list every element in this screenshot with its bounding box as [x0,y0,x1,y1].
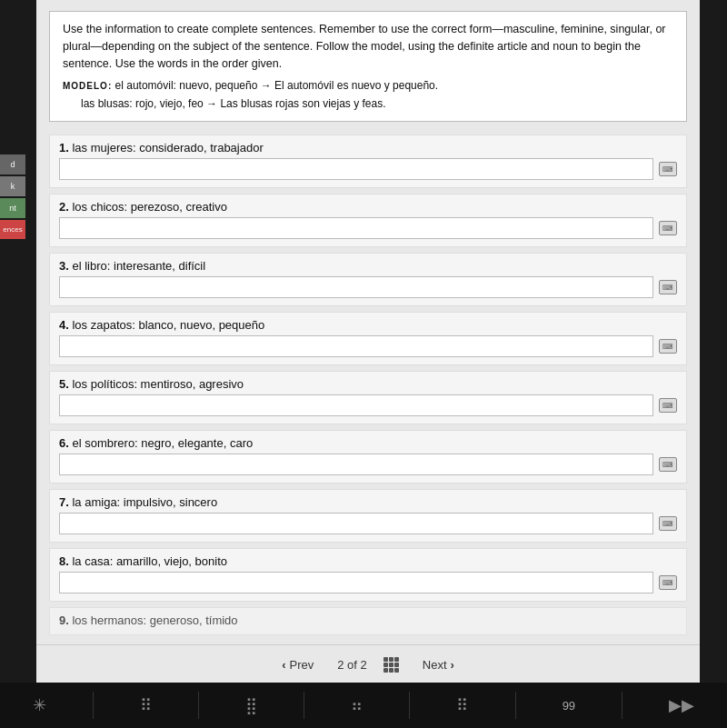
question-block-4: 4. los zapatos: blanco, nuevo, pequeño ⌨ [49,312,687,365]
taskbar-icon-skip[interactable]: ▶▶ [669,695,694,715]
input-row-3: ⌨ [59,276,677,298]
modelo-line1: el automóvil: nuevo, pequeño → El automó… [115,79,439,92]
keyboard-icon-6[interactable]: ⌨ [659,457,677,472]
page-total: 2 [361,658,367,672]
question-number-4: 4. [59,318,69,332]
question-label-1: 1. las mujeres: considerado, trabajador [59,141,677,155]
question-prompt-1: las mujeres: considerado, trabajador [72,141,263,155]
modelo-block: MODELO: el automóvil: nuevo, pequeño → E… [63,77,673,112]
answer-input-3[interactable] [59,276,653,298]
answer-input-1[interactable] [59,158,653,180]
answer-input-8[interactable] [59,572,653,593]
prev-chevron-icon: ‹ [282,658,285,672]
question-label-3: 3. el libro: interesante, difícil [59,259,677,273]
question-number-1: 1. [59,141,69,155]
answer-input-5[interactable] [59,394,653,416]
input-row-6: ⌨ [59,454,677,475]
page-of-text: of [347,658,360,672]
screen: d k nt ences Use the information to crea… [0,0,727,728]
prev-label: Prev [289,658,314,672]
taskbar-divider-6 [622,692,622,719]
question-number-6: 6. [59,436,69,450]
modelo-line2: las blusas: rojo, viejo, feo → Las blusa… [81,97,386,110]
keyboard-icon-8[interactable]: ⌨ [659,575,677,590]
sidebar-tab-nt[interactable]: nt [0,198,25,218]
keyboard-icon-2[interactable]: ⌨ [659,221,677,235]
keyboard-icon-7[interactable]: ⌨ [659,516,677,531]
question-label-8: 8. la casa: amarillo, viejo, bonito [59,554,677,568]
input-row-5: ⌨ [59,394,677,416]
question-prompt-7: la amiga: impulsivo, sincero [72,495,217,509]
keyboard-icon-1[interactable]: ⌨ [659,162,677,176]
sidebar-tab-ences[interactable]: ences [0,220,25,239]
input-row-8: ⌨ [59,572,677,593]
question-prompt-3: el libro: interesante, difícil [72,259,205,273]
question-number-7: 7. [59,495,69,509]
taskbar-divider-3 [304,692,304,719]
question-block-3: 3. el libro: interesante, difícil ⌨ [49,253,687,306]
taskbar-icon-menu[interactable]: ⠿ [456,695,468,715]
taskbar-icon-dots[interactable]: ⠶ [351,695,363,715]
taskbar-icon-notification[interactable]: 99 [563,699,575,713]
answer-input-6[interactable] [59,454,653,475]
question-number-5: 5. [59,377,69,391]
questions-area: 1. las mujeres: considerado, trabajador … [49,135,687,635]
answer-input-2[interactable] [59,217,653,239]
footer-nav: ‹ Prev 2 of 2 Next › [36,644,700,683]
keyboard-icon-3[interactable]: ⌨ [659,280,677,294]
grid-view-icon[interactable] [383,657,399,673]
taskbar-divider-4 [409,692,410,719]
modelo-line2-container: las blusas: rojo, viejo, feo → Las blusa… [81,95,673,112]
taskbar-icon-settings[interactable]: ✳ [33,695,46,715]
taskbar-divider-1 [93,692,94,719]
question-block-6: 6. el sombrero: negro, elegante, caro ⌨ [49,430,687,484]
question-prompt-2: los chicos: perezoso, creativo [72,200,227,214]
next-button[interactable]: Next › [415,654,462,675]
question-prompt-8: la casa: amarillo, viejo, bonito [72,554,227,568]
question-prompt-4: los zapatos: blanco, nuevo, pequeño [72,318,264,332]
next-label: Next [423,658,447,672]
keyboard-icon-5[interactable]: ⌨ [659,398,677,413]
sidebar-tab-k[interactable]: k [0,176,25,196]
keyboard-icon-4[interactable]: ⌨ [659,339,677,354]
taskbar: ✳ ⠿ ⣿ ⠶ ⠿ 99 ▶▶ [0,683,727,728]
input-row-4: ⌨ [59,335,677,357]
question-number-9: 9. [59,613,69,627]
taskbar-divider-5 [515,692,516,719]
question-block-7: 7. la amiga: impulsivo, sincero ⌨ [49,489,687,543]
instruction-text: Use the information to create complete s… [63,23,666,70]
question-block-2: 2. los chicos: perezoso, creativo ⌨ [49,194,687,247]
modelo-label: MODELO: [63,81,112,91]
instruction-box: Use the information to create complete s… [49,11,687,122]
question-label-2: 2. los chicos: perezoso, creativo [59,200,677,214]
question-label-7: 7. la amiga: impulsivo, sincero [59,495,677,509]
page-current: 2 [337,658,344,672]
page-info: 2 of 2 [337,658,367,672]
question-number-8: 8. [59,554,69,568]
answer-input-7[interactable] [59,513,653,534]
input-row-2: ⌨ [59,217,677,239]
question-label-6: 6. el sombrero: negro, elegante, caro [59,436,677,450]
question-number-2: 2. [59,200,69,214]
question-label-5: 5. los políticos: mentiroso, agresivo [59,377,677,391]
input-row-1: ⌨ [59,158,677,180]
question-prompt-5: los políticos: mentiroso, agresivo [72,377,244,391]
question-block-1: 1. las mujeres: considerado, trabajador … [49,135,687,188]
question-prompt-6: el sombrero: negro, elegante, caro [72,436,253,450]
left-side-tabs: d k nt ences [0,155,25,239]
question-block-8: 8. la casa: amarillo, viejo, bonito ⌨ [49,548,687,602]
answer-input-4[interactable] [59,335,653,357]
grid-dots [383,657,399,673]
sidebar-tab-d[interactable]: d [0,155,25,175]
question-block-9-truncated: 9. los hermanos: generoso, tímido [49,607,687,635]
taskbar-icon-apps[interactable]: ⣿ [245,695,257,715]
question-prompt-9: los hermanos: generoso, tímido [72,613,237,627]
question-label-4: 4. los zapatos: blanco, nuevo, pequeño [59,318,677,332]
main-content: Use the information to create complete s… [36,0,700,644]
question-label-9: 9. los hermanos: generoso, tímido [59,613,677,627]
next-chevron-icon: › [451,658,454,672]
question-number-3: 3. [59,259,69,273]
prev-button[interactable]: ‹ Prev [274,654,321,675]
taskbar-icon-grid[interactable]: ⠿ [140,695,152,715]
question-block-5: 5. los políticos: mentiroso, agresivo ⌨ [49,371,687,424]
